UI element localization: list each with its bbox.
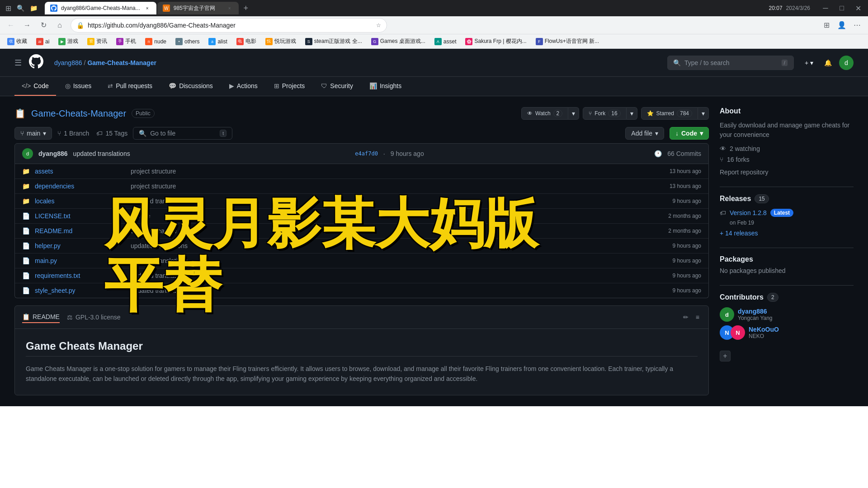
back-btn[interactable]: ← (4, 18, 18, 33)
repo-name-link[interactable]: Game-Cheats-Manager (31, 108, 126, 119)
bookmark-flowus[interactable]: F FlowUs+语音官网 新... (532, 37, 603, 46)
minimize-btn[interactable]: ─ (819, 2, 832, 14)
table-row[interactable]: 📁 assets project structure 13 hours ago (15, 164, 708, 179)
fork-btn[interactable]: ⑂ Fork 16 (583, 107, 626, 120)
table-row[interactable]: 📄 main.py updated translations 9 hours a… (15, 253, 708, 268)
nav-pullrequests[interactable]: ⇄ Pull requests (100, 77, 160, 96)
bookmark-steam[interactable]: S steam正版游戏 全... (302, 37, 366, 46)
bookmark-others[interactable]: • others (172, 37, 203, 46)
branch-count-link[interactable]: ⑂ 1 Branch (57, 130, 89, 137)
star-dropdown[interactable]: ▾ (698, 107, 709, 120)
watch-dropdown[interactable]: ▾ (568, 107, 579, 120)
branch-selector[interactable]: ⑂ main ▾ (14, 127, 52, 140)
file-name-license[interactable]: LICENSE.txt (35, 212, 125, 220)
nav-insights[interactable]: 📊 Insights (362, 77, 409, 96)
nav-issues[interactable]: ◎ Issues (58, 77, 99, 96)
bookmark-alist[interactable]: a alist (205, 37, 231, 46)
readme-tab[interactable]: 📋 README (22, 311, 60, 323)
bookmark-asset[interactable]: A asset (431, 37, 460, 46)
tab-close-github[interactable]: × (144, 5, 151, 12)
nav-actions[interactable]: ▶ Actions (222, 77, 265, 96)
contributor-name-nekoou[interactable]: NeKoOuO (749, 326, 779, 333)
taskbar-file-icon[interactable]: 📁 (28, 3, 39, 14)
raw-readme-btn[interactable]: ≡ (694, 312, 701, 323)
nav-code[interactable]: </> Code (14, 77, 56, 96)
close-btn[interactable]: ✕ (852, 2, 864, 14)
bookmark-nude[interactable]: n nude (142, 37, 170, 46)
fork-dropdown[interactable]: ▾ (627, 107, 637, 120)
table-row[interactable]: 📄 helper.py updated translations 9 hours… (15, 239, 708, 253)
notifications-btn[interactable]: 🔔 (821, 57, 835, 68)
file-name-helper[interactable]: helper.py (35, 242, 125, 249)
bookmark-ai[interactable]: ai ai (33, 37, 53, 46)
bookmark-gamens[interactable]: G Games 桌面游戏... (368, 37, 429, 46)
commit-author-name[interactable]: dyang886 (38, 150, 68, 157)
table-row[interactable]: 📄 LICENSE.txt license 2 months ago (15, 209, 708, 224)
nav-security[interactable]: 🛡 Security (314, 77, 360, 96)
home-btn[interactable]: ⌂ (52, 18, 67, 33)
github-logo[interactable] (29, 54, 43, 71)
file-name-readme[interactable]: README.md (35, 227, 125, 235)
file-name-assets[interactable]: assets (35, 168, 125, 175)
address-bar[interactable]: 🔒 https://github.com/dyang886/Game-Cheat… (71, 18, 387, 33)
windows-start-btn[interactable]: ⊞ (4, 2, 13, 14)
bookmark-games[interactable]: ▶ 游戏 (55, 37, 82, 46)
release-version-link[interactable]: Version 1.2.8 (730, 209, 767, 216)
new-tab-btn[interactable]: + (240, 2, 252, 14)
nav-projects[interactable]: ⊞ Projects (267, 77, 312, 96)
table-row[interactable]: 📄 style_sheet.py updated translations 9 … (15, 283, 708, 298)
add-file-btn[interactable]: Add file ▾ (625, 127, 664, 140)
forward-btn[interactable]: → (20, 18, 34, 33)
code-download-btn[interactable]: ↓ Code ▾ (670, 127, 709, 140)
breadcrumb-user[interactable]: dyang886 (54, 59, 82, 66)
go-to-file-input[interactable]: 🔍 Go to file t (133, 127, 232, 140)
commit-message-text[interactable]: updated translations (73, 150, 130, 157)
table-row[interactable]: 📁 dependencies project structure 13 hour… (15, 179, 708, 194)
commit-hash-link[interactable]: e4af7d0 (355, 150, 378, 157)
bookmark-item[interactable]: 收 收藏 (4, 37, 31, 46)
bookmark-news[interactable]: 资 资讯 (84, 37, 111, 46)
watching-count-item[interactable]: 👁 2 watching (720, 145, 854, 152)
sidebar-add-topics-btn[interactable]: + (720, 351, 731, 361)
bookmark-sakura[interactable]: 🌸 Sakura Frp | 樱花内... (462, 37, 530, 46)
fork-count-item[interactable]: ⑂ 16 forks (720, 156, 854, 163)
commit-count-link[interactable]: 66 Commits (667, 150, 701, 157)
contributor-item-nekoou[interactable]: N N NeKoOuO NEKO (720, 325, 854, 340)
file-name-locales[interactable]: locales (35, 197, 125, 205)
bookmark-movie[interactable]: 电 电影 (233, 37, 260, 46)
contributor-name-dyang886[interactable]: dyang886 (738, 308, 773, 315)
watch-btn[interactable]: 👁 Watch 2 (521, 107, 568, 120)
tab-985[interactable]: W 985宇宙盒子官网 × (157, 2, 239, 14)
edit-readme-btn[interactable]: ✏ (681, 312, 690, 323)
more-releases-link[interactable]: + 14 releases (720, 230, 854, 237)
reload-btn[interactable]: ↻ (36, 18, 51, 33)
file-name-main[interactable]: main.py (35, 257, 125, 264)
breadcrumb-repo[interactable]: Game-Cheats-Manager (87, 59, 156, 66)
report-repo-link[interactable]: Report repository (720, 169, 768, 176)
tag-count-link[interactable]: 🏷 15 Tags (96, 130, 127, 137)
extensions-btn[interactable]: ⊞ (819, 18, 834, 33)
add-btn[interactable]: + ▾ (801, 57, 817, 68)
maximize-btn[interactable]: □ (835, 2, 848, 14)
file-name-requirements[interactable]: requirements.txt (35, 272, 125, 279)
more-btn[interactable]: ⋯ (850, 18, 864, 33)
star-bookmark-icon[interactable]: ☆ (376, 22, 381, 28)
table-row[interactable]: 📄 requirements.txt updated translations … (15, 268, 708, 283)
license-tab[interactable]: ⚖ GPL-3.0 license (67, 312, 121, 323)
user-avatar[interactable]: d (839, 56, 854, 70)
github-search[interactable]: 🔍 Type / to search / (667, 56, 794, 70)
contributor-item-dyang886[interactable]: d dyang886 Yongcan Yang (720, 307, 854, 322)
bookmark-yuewan[interactable]: 悦 悦玩游戏 (262, 37, 300, 46)
tab-close-985[interactable]: × (226, 5, 233, 12)
nav-discussions[interactable]: 💬 Discussions (161, 77, 220, 96)
table-row[interactable]: 📁 locales updated translations 9 hours a… (15, 194, 708, 209)
tab-github[interactable]: dyang886/Game-Cheats-Mana... × (45, 2, 156, 14)
search-btn[interactable]: 🔍 (15, 3, 26, 14)
bookmark-mobile[interactable]: 手 手机 (113, 37, 140, 46)
star-btn[interactable]: ⭐ Starred 784 (641, 107, 698, 120)
profile-btn[interactable]: 👤 (835, 18, 849, 33)
file-name-dependencies[interactable]: dependencies (35, 183, 125, 190)
table-row[interactable]: 📄 README.md updated readme 2 months ago (15, 224, 708, 239)
hamburger-menu[interactable]: ☰ (14, 58, 22, 68)
file-name-style[interactable]: style_sheet.py (35, 287, 125, 294)
